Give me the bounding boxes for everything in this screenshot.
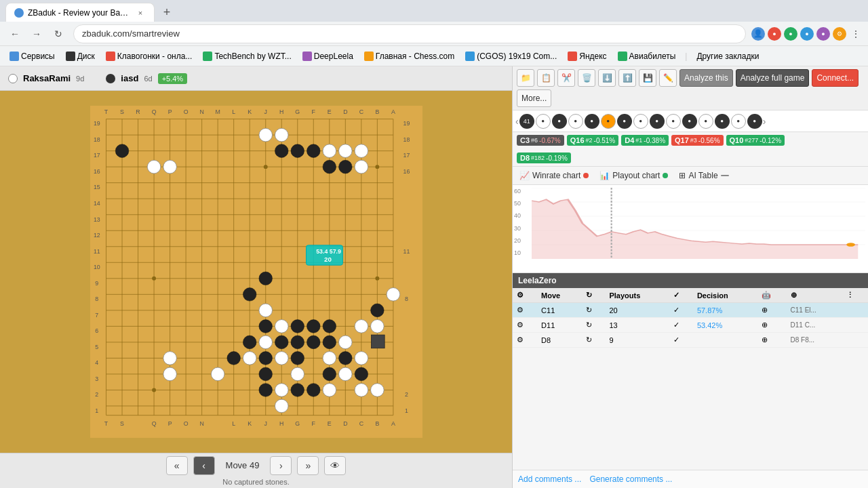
toolbar-cut-button[interactable]: ✂️ [557, 69, 575, 87]
yandex-icon [568, 52, 577, 61]
playout-dot[interactable] [663, 173, 668, 178]
last-move-button[interactable]: » [297, 456, 319, 475]
active-tab[interactable]: ZBaduk - Review your Baduk ga... × [5, 3, 155, 22]
svg-point-158 [323, 367, 336, 381]
prev-move-button[interactable]: ‹ [193, 456, 215, 475]
toolbar-download-button[interactable]: ⬇️ [598, 69, 616, 87]
badge-d8[interactable]: D8 #182 -0.19% [517, 152, 571, 163]
col-decision: Decision [693, 288, 757, 303]
row-ai-c11: ⊕ [757, 303, 787, 318]
tab-close-button[interactable]: × [135, 7, 146, 18]
tab-ai-table[interactable]: ⊞ AI Table [676, 169, 731, 182]
bookmark-deepleela[interactable]: DeepLeela [298, 50, 357, 62]
svg-text:B: B [375, 420, 379, 427]
profile-icon[interactable]: 👤 [751, 27, 765, 41]
eye-button[interactable]: 👁 [324, 456, 346, 475]
seq-stone-42[interactable]: ● [536, 114, 551, 129]
more-button[interactable]: More... [517, 89, 551, 107]
go-board-svg[interactable]: T S R Q P O N M L K J H G F E D C B A [90, 106, 422, 438]
next-move-button[interactable]: › [270, 456, 292, 475]
back-button[interactable]: ← [5, 24, 24, 43]
ext1-icon[interactable]: ● [768, 27, 781, 41]
bookmark-chess[interactable]: Главная - Chess.com [360, 50, 458, 62]
ai-row-d11[interactable]: ⚙ D11 ↻ 13 ✓ 53.42% ⊕ D11 C... [513, 318, 868, 333]
svg-point-111 [115, 144, 129, 158]
col-move: Move [537, 288, 582, 303]
new-tab-button[interactable]: + [157, 3, 176, 22]
ai-table-header-row: ⚙ Move ↻ Playouts ✓ Decision 🤖 ⊕ ⋮ [513, 288, 868, 303]
seq-left-arrow[interactable]: ‹ [515, 116, 519, 127]
toolbar-folder-button[interactable]: 📁 [517, 69, 534, 87]
svg-text:P: P [167, 108, 172, 115]
svg-text:E: E [327, 420, 331, 427]
settings-ext-icon[interactable]: ⚙ [833, 27, 846, 41]
seq-stone-50[interactable]: ● [666, 114, 681, 129]
seq-stone-45[interactable]: ● [585, 114, 599, 129]
bookmark-disk[interactable]: Диск [62, 50, 99, 62]
tab-playout-chart[interactable]: 📊 Playout chart [597, 169, 671, 182]
ext4-icon[interactable]: ● [816, 27, 830, 41]
toolbar-edit-button[interactable]: ✏️ [659, 69, 677, 87]
toolbar-save-button[interactable]: 💾 [639, 69, 656, 87]
add-comments-link[interactable]: Add comments ... [518, 474, 581, 484]
seq-right-arrow[interactable]: › [763, 116, 766, 127]
connect-button[interactable]: Connect... [812, 69, 859, 87]
ext3-icon[interactable]: ● [800, 27, 814, 41]
badge-q10[interactable]: Q10 #277 -0.12% [726, 135, 785, 146]
generate-comments-link[interactable]: Generate comments ... [589, 474, 672, 484]
bookmarks-separator: | [685, 52, 687, 61]
ai-row-d8[interactable]: ⚙ D8 ↻ 9 ✓ ⊕ D8 F8... [513, 333, 868, 348]
board-canvas-area[interactable]: T S R Q P O N M L K J H G F E D C B A [0, 91, 512, 453]
bookmark-avia[interactable]: Авиабилеты [614, 50, 680, 62]
address-bar[interactable]: zbaduk.com/smartreview [73, 24, 746, 43]
main-layout: RaksaRami 9d iasd 6d +5.4% T S R Q P O N… [0, 66, 868, 488]
toolbar-upload-button[interactable]: ⬆️ [618, 69, 636, 87]
bookmark-yandex[interactable]: Яндекс [564, 50, 610, 62]
toolbar-copy-button[interactable]: 📋 [537, 69, 555, 87]
svg-point-130 [258, 320, 272, 333]
svg-point-119 [355, 144, 368, 158]
seq-stone-46[interactable]: ● [601, 114, 616, 129]
seq-stone-52[interactable]: ● [698, 114, 713, 129]
seq-stone-51[interactable]: ● [682, 114, 697, 129]
ext2-icon[interactable]: ● [784, 27, 797, 41]
bookmark-services[interactable]: Сервисы [5, 50, 59, 62]
seq-stone-54[interactable]: ● [731, 114, 746, 129]
seq-stone-48[interactable]: ● [633, 114, 648, 129]
bookmark-techbench[interactable]: TechBench by WZT... [199, 50, 295, 62]
first-move-button[interactable]: « [166, 456, 188, 475]
badge-c3[interactable]: C3 #6 -0.67% [517, 135, 564, 146]
tab-winrate-chart[interactable]: 📈 Winrate chart [517, 169, 591, 182]
badge-q17[interactable]: Q17 #3 -0.56% [671, 135, 724, 146]
winrate-dot[interactable] [583, 173, 589, 178]
svg-point-154 [163, 367, 176, 381]
bookmark-cgos[interactable]: (CGOS) 19x19 Com... [461, 50, 561, 62]
svg-text:B: B [375, 108, 379, 115]
aitable-dot[interactable] [721, 175, 729, 176]
toolbar-delete-button[interactable]: 🗑️ [578, 69, 595, 87]
seq-stone-55[interactable]: ● [747, 114, 762, 129]
seq-stone-47[interactable]: ● [617, 114, 632, 129]
menu-icon[interactable]: ⋮ [849, 27, 863, 41]
seq-stone-53[interactable]: ● [715, 114, 730, 129]
svg-point-114 [307, 144, 320, 158]
refresh-button[interactable]: ↻ [49, 24, 68, 43]
bookmark-klavogonki[interactable]: Клавогонки - онла... [102, 50, 197, 62]
svg-point-127 [387, 288, 400, 302]
seq-stone-41[interactable]: 41 [519, 114, 534, 129]
forward-button[interactable]: → [27, 24, 46, 43]
analyze-full-button[interactable]: Analyze full game [736, 69, 810, 87]
analyze-this-button[interactable]: Analyze this [679, 69, 733, 87]
seq-stone-44[interactable]: ● [568, 114, 583, 129]
seq-stone-43[interactable]: ● [552, 114, 567, 129]
svg-text:O: O [183, 420, 188, 427]
badge-d4[interactable]: D4 #1 -0.38% [621, 135, 669, 146]
svg-text:16: 16 [403, 168, 410, 175]
seq-stone-49[interactable]: ● [650, 114, 665, 129]
browser-controls: ← → ↻ [5, 24, 68, 43]
badge-q16[interactable]: Q16 #2 -0.51% [567, 135, 619, 146]
ai-row-c11[interactable]: ⚙ C11 ↻ 20 ✓ 57.87% ⊕ C11 El... [513, 303, 868, 318]
bookmark-yandex-label: Яндекс [579, 52, 606, 61]
bookmark-other[interactable]: Другие закладки [692, 50, 763, 62]
bookmark-other-label: Другие закладки [696, 52, 759, 61]
